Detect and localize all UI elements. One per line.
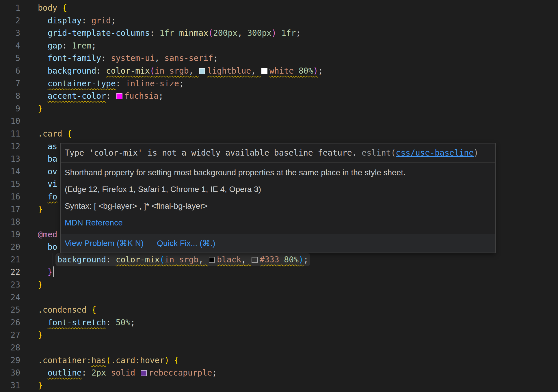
code-token: [67, 41, 72, 51]
code-token: }: [38, 280, 43, 290]
code-line-10[interactable]: 10: [0, 115, 558, 128]
code-token: [38, 318, 48, 327]
quick-fix-action[interactable]: Quick Fix... (⌘.): [157, 238, 215, 249]
problem-message: Type 'color-mix' is not a widely availab…: [65, 148, 362, 158]
code-line-28[interactable]: 28: [0, 341, 558, 354]
line-number[interactable]: 9: [0, 102, 20, 115]
line-number[interactable]: 3: [0, 27, 20, 40]
warning-squiggle-range: fo: [48, 192, 57, 201]
code-line-24[interactable]: 24: [0, 291, 558, 304]
code-line-content: vi: [20, 178, 57, 191]
code-line-content: }: [20, 329, 43, 341]
code-line-31[interactable]: 31}: [0, 379, 558, 392]
code-line-26[interactable]: 26 font-stretch: 50%;: [0, 316, 558, 329]
code-token: 200px: [213, 28, 237, 38]
problem-rule-link[interactable]: css/use-baseline: [396, 148, 474, 158]
code-token: [256, 66, 261, 76]
code-line-11[interactable]: 11.card {: [0, 128, 558, 140]
line-number[interactable]: 16: [0, 191, 20, 203]
code-token: bo: [48, 242, 57, 252]
code-token: grid: [91, 16, 111, 25]
code-line-30[interactable]: 30 outline: 2px solid rebeccapurple;: [0, 367, 558, 379]
line-number[interactable]: 14: [0, 165, 20, 178]
line-number[interactable]: 24: [0, 291, 20, 304]
code-line-29[interactable]: 29.container:has(.card:hover) {: [0, 354, 558, 367]
code-token: [174, 255, 179, 264]
code-line-7[interactable]: 7 container-type: inline-size;: [0, 77, 558, 90]
code-token: {: [67, 129, 72, 139]
mdn-reference-link[interactable]: MDN Reference: [65, 217, 123, 229]
code-line-22[interactable]: 22 }: [0, 266, 558, 279]
code-token: font-stretch: [48, 318, 106, 327]
code-line-21[interactable]: 21 background: color-mix(in srgb, black,…: [0, 253, 558, 266]
highlight-range: background: color-mix(in srgb, black, #3…: [57, 255, 308, 264]
code-line-content: [20, 216, 38, 228]
code-token: in: [155, 66, 165, 76]
code-line-2[interactable]: 2 display: grid;: [0, 14, 558, 27]
line-number[interactable]: 10: [0, 115, 20, 128]
code-line-23[interactable]: 23}: [0, 279, 558, 291]
line-number[interactable]: 2: [0, 14, 20, 27]
color-swatch[interactable]: [261, 68, 267, 74]
code-line-4[interactable]: 4 gap: 1rem;: [0, 40, 558, 52]
line-number[interactable]: 29: [0, 354, 20, 367]
line-number[interactable]: 6: [0, 65, 20, 77]
code-line-8[interactable]: 8 accent-color: fuchsia;: [0, 90, 558, 102]
code-editor[interactable]: 1body {2 display: grid;3 grid-template-c…: [0, 0, 558, 392]
line-number[interactable]: 19: [0, 228, 20, 241]
line-number[interactable]: 18: [0, 216, 20, 228]
line-number[interactable]: 30: [0, 367, 20, 379]
color-swatch[interactable]: [252, 257, 258, 263]
code-line-5[interactable]: 5 font-family: system-ui, sans-serif;: [0, 52, 558, 65]
line-number[interactable]: 26: [0, 316, 20, 329]
color-swatch[interactable]: [199, 68, 205, 74]
line-number[interactable]: 28: [0, 341, 20, 354]
code-token: ;: [130, 318, 135, 327]
code-token: has: [91, 356, 106, 365]
color-swatch[interactable]: [116, 93, 122, 99]
color-swatch[interactable]: [141, 370, 147, 376]
line-number[interactable]: 8: [0, 90, 20, 102]
line-number[interactable]: 17: [0, 203, 20, 216]
line-number[interactable]: 13: [0, 153, 20, 165]
code-line-6[interactable]: 6 background: color-mix(in srgb, lightbl…: [0, 65, 558, 77]
code-line-3[interactable]: 3 grid-template-columns: 1fr minmax(200p…: [0, 27, 558, 40]
line-number[interactable]: 27: [0, 329, 20, 341]
code-token: 300px: [247, 28, 271, 38]
code-line-9[interactable]: 9}: [0, 102, 558, 115]
code-line-content: display: grid;: [20, 14, 116, 27]
line-number[interactable]: 22: [0, 266, 20, 279]
code-token: {: [91, 305, 96, 315]
code-token: [38, 91, 48, 101]
line-number[interactable]: 1: [0, 2, 20, 14]
code-token: display: [48, 16, 82, 25]
line-number[interactable]: 12: [0, 140, 20, 153]
line-number[interactable]: 31: [0, 379, 20, 392]
view-problem-action[interactable]: View Problem (⌘K N): [65, 238, 144, 249]
code-token: ;: [296, 28, 301, 38]
code-token: [242, 28, 247, 38]
code-line-1[interactable]: 1body {: [0, 2, 558, 14]
color-swatch[interactable]: [209, 257, 215, 263]
line-number[interactable]: 11: [0, 128, 20, 140]
line-number[interactable]: 7: [0, 77, 20, 90]
line-number[interactable]: 25: [0, 304, 20, 316]
code-token: [279, 255, 284, 264]
code-line-content: [20, 115, 38, 128]
code-token: ): [271, 28, 276, 38]
code-line-25[interactable]: 25.condensed {: [0, 304, 558, 316]
line-number[interactable]: 21: [0, 253, 20, 266]
problem-message-row: Type 'color-mix' is not a widely availab…: [61, 143, 495, 163]
line-number[interactable]: 23: [0, 279, 20, 291]
code-token: ,: [189, 66, 194, 76]
code-line-27[interactable]: 27}: [0, 329, 558, 341]
line-number[interactable]: 15: [0, 178, 20, 191]
code-token: container-type: [48, 79, 116, 88]
line-number[interactable]: 20: [0, 241, 20, 253]
code-token: [62, 129, 67, 139]
code-token: :: [62, 41, 67, 51]
code-token: fuchsia: [124, 91, 159, 101]
hover-tooltip: Type 'color-mix' is not a widely availab…: [60, 143, 496, 253]
line-number[interactable]: 5: [0, 52, 20, 65]
line-number[interactable]: 4: [0, 40, 20, 52]
